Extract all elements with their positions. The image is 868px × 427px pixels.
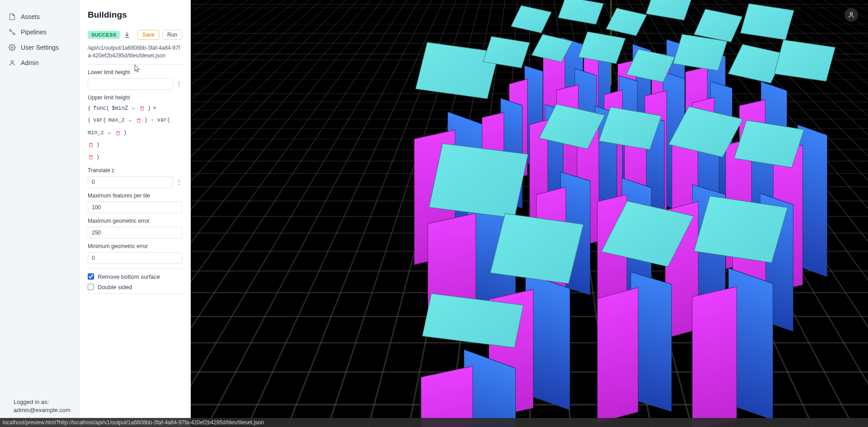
lower-limit-label: Lower limit height xyxy=(88,69,182,75)
chevron-down-icon[interactable] xyxy=(130,105,137,112)
trash-icon[interactable] xyxy=(115,130,121,136)
download-icon[interactable] xyxy=(123,31,131,38)
nav-sidebar: Assets Pipelines User Settings Admin xyxy=(0,0,80,427)
nav-item-user-settings[interactable]: User Settings xyxy=(0,40,79,55)
svg-point-3 xyxy=(11,61,13,63)
max-features-input[interactable] xyxy=(88,202,182,213)
nav-label: User Settings xyxy=(21,44,59,51)
min-geom-error-label: Minimum geometric error xyxy=(88,243,182,249)
buildings-layer xyxy=(191,0,868,427)
svg-point-0 xyxy=(9,29,11,31)
double-sided-checkbox[interactable] xyxy=(88,284,94,290)
3d-viewport[interactable] xyxy=(191,0,868,427)
file-icon xyxy=(8,13,16,21)
double-sided-row[interactable]: Double sided xyxy=(88,284,182,291)
nodes-icon xyxy=(8,28,16,36)
nav-label: Admin xyxy=(21,59,39,66)
page-title: Buildings xyxy=(88,10,182,20)
api-path-link[interactable]: /api/v1/output/1a6808bb-3faf-4a84-97fa-4… xyxy=(88,44,182,60)
min-geom-error-input[interactable] xyxy=(88,252,182,264)
nav-item-admin[interactable]: Admin xyxy=(0,55,79,70)
divider xyxy=(88,64,182,65)
divider xyxy=(88,293,182,294)
nav-list: Assets Pipelines User Settings Admin xyxy=(0,9,79,398)
run-button[interactable]: Run xyxy=(162,30,182,40)
svg-point-4 xyxy=(850,13,852,15)
trash-icon[interactable] xyxy=(136,117,142,124)
nav-item-pipelines[interactable]: Pipelines xyxy=(0,24,79,40)
remove-bottom-row[interactable]: Remove bottom surface xyxy=(88,273,182,280)
max-geom-error-input[interactable] xyxy=(88,227,182,239)
lower-limit-input[interactable] xyxy=(88,78,173,90)
save-button[interactable]: Save xyxy=(137,30,160,40)
trash-icon[interactable] xyxy=(139,105,145,112)
translate-z-label: Translate z xyxy=(88,167,182,174)
divider xyxy=(88,268,182,269)
remove-bottom-checkbox[interactable] xyxy=(88,273,94,280)
browser-status-bar: localhost/preview.html?http://localhost/… xyxy=(0,418,868,427)
more-icon[interactable]: ⋮ xyxy=(176,179,182,185)
max-geom-error-label: Maximum geometric error xyxy=(88,218,182,224)
settings-panel: Buildings SUCCESS Save Run /api/v1/outpu… xyxy=(80,0,191,427)
gear-icon xyxy=(8,43,16,52)
max-features-label: Maximum features per tile xyxy=(88,192,182,199)
upper-limit-label: Upper limit height xyxy=(88,94,182,101)
status-bar-text: localhost/preview.html?http://localhost/… xyxy=(3,419,264,426)
login-info: Logged in as: admin@example.com xyxy=(0,398,79,420)
user-icon xyxy=(8,59,16,67)
nav-label: Pipelines xyxy=(21,28,47,36)
nav-label: Assets xyxy=(21,13,40,20)
login-label: Logged in as: xyxy=(14,398,70,406)
more-icon[interactable]: ⋮ xyxy=(176,81,182,87)
expression-editor[interactable]: ( func( $minZ ) + ( var( max_z ) - var( … xyxy=(88,103,182,163)
chevron-down-icon[interactable] xyxy=(127,117,133,124)
trash-icon[interactable] xyxy=(88,154,94,160)
remove-bottom-label: Remove bottom surface xyxy=(98,273,160,280)
nav-item-assets[interactable]: Assets xyxy=(0,9,79,24)
double-sided-label: Double sided xyxy=(98,284,132,291)
svg-point-1 xyxy=(13,33,15,35)
translate-z-input[interactable] xyxy=(88,176,173,188)
user-menu-button[interactable] xyxy=(844,8,858,22)
chevron-down-icon[interactable] xyxy=(106,130,113,136)
svg-point-2 xyxy=(11,47,13,48)
login-user: admin@example.com xyxy=(14,406,70,414)
trash-icon[interactable] xyxy=(88,142,94,148)
status-badge: SUCCESS xyxy=(88,31,120,39)
